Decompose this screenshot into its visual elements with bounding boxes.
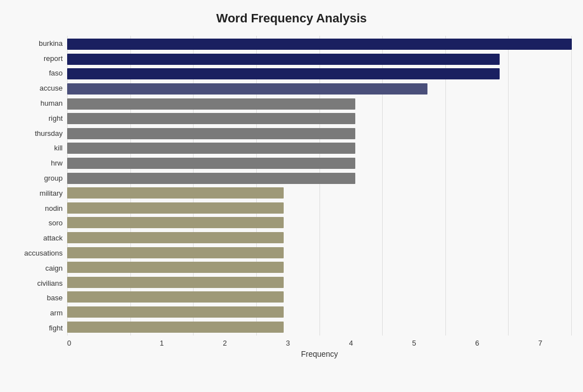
x-tick-label: 0 <box>67 339 130 347</box>
y-label: burkina <box>39 36 63 50</box>
bar-row <box>67 172 572 185</box>
y-label: arm <box>50 306 63 320</box>
x-tick-label: 3 <box>256 339 319 347</box>
bar-row <box>67 261 572 273</box>
bar-row <box>67 306 572 318</box>
bar <box>67 158 355 169</box>
bar <box>67 232 284 243</box>
bar-row <box>67 247 572 259</box>
bar-row <box>67 202 572 214</box>
y-label: report <box>44 51 63 65</box>
grid-and-bars <box>67 36 572 336</box>
bar-row <box>67 216 572 229</box>
y-label: human <box>40 96 63 111</box>
y-label: kill <box>54 141 63 155</box>
bar-row <box>67 291 572 303</box>
bar-row <box>67 127 572 140</box>
x-tick-label: 4 <box>319 339 383 347</box>
y-label: fight <box>49 321 63 336</box>
bar <box>67 54 500 65</box>
bar <box>67 322 284 333</box>
bar <box>67 39 572 50</box>
bar-row <box>67 83 572 95</box>
y-label: soro <box>49 216 63 230</box>
y-label: faso <box>49 66 63 81</box>
bar-row <box>67 187 572 199</box>
x-tick-label: 5 <box>383 339 446 347</box>
bar <box>67 187 284 199</box>
y-label: group <box>44 171 63 186</box>
y-label: right <box>49 111 63 125</box>
bar <box>67 83 427 95</box>
bar-row <box>67 276 572 289</box>
chart-container: Word Frequency Analysis burkinareportfas… <box>0 0 583 392</box>
bar <box>67 143 355 154</box>
y-label: base <box>47 291 63 305</box>
bar <box>67 306 284 318</box>
bar <box>67 291 284 303</box>
x-tick-label: 7 <box>509 339 572 347</box>
bar <box>67 202 284 214</box>
y-label: military <box>40 186 63 200</box>
bar-row <box>67 142 572 154</box>
y-label: attack <box>43 231 63 245</box>
bar-row <box>67 112 572 125</box>
x-tick-label: 1 <box>130 339 194 347</box>
bar <box>67 262 284 273</box>
bar <box>67 98 355 110</box>
y-label: nodin <box>45 201 63 215</box>
y-labels: burkinareportfasoaccusehumanrightthursda… <box>11 36 67 336</box>
bar <box>67 113 355 124</box>
bar <box>67 128 355 139</box>
chart-area: burkinareportfasoaccusehumanrightthursda… <box>11 36 572 336</box>
bar-row <box>67 53 572 65</box>
bar-row <box>67 98 572 110</box>
x-axis-labels: 01234567 <box>67 336 572 347</box>
bar-row <box>67 68 572 80</box>
bar-row <box>67 321 572 333</box>
bar <box>67 277 284 288</box>
bar-row <box>67 232 572 244</box>
y-label: thursday <box>35 126 63 140</box>
y-label: civilians <box>37 276 63 290</box>
x-tick-label: 2 <box>194 339 257 347</box>
x-tick-label: 6 <box>446 339 509 347</box>
y-label: accusations <box>24 246 63 261</box>
y-label: caign <box>45 261 63 275</box>
bar-row <box>67 38 572 50</box>
x-axis-title: Frequency <box>67 350 572 358</box>
bars-container <box>67 36 572 336</box>
bars-and-grid <box>67 36 572 336</box>
bottom-section: 01234567 Frequency <box>11 336 572 358</box>
bar <box>67 217 284 228</box>
bar <box>67 68 500 79</box>
bar <box>67 247 284 258</box>
bar <box>67 173 355 184</box>
y-label: accuse <box>40 81 63 96</box>
chart-title: Word Frequency Analysis <box>217 11 367 26</box>
y-label: hrw <box>51 156 63 171</box>
bar-row <box>67 157 572 169</box>
